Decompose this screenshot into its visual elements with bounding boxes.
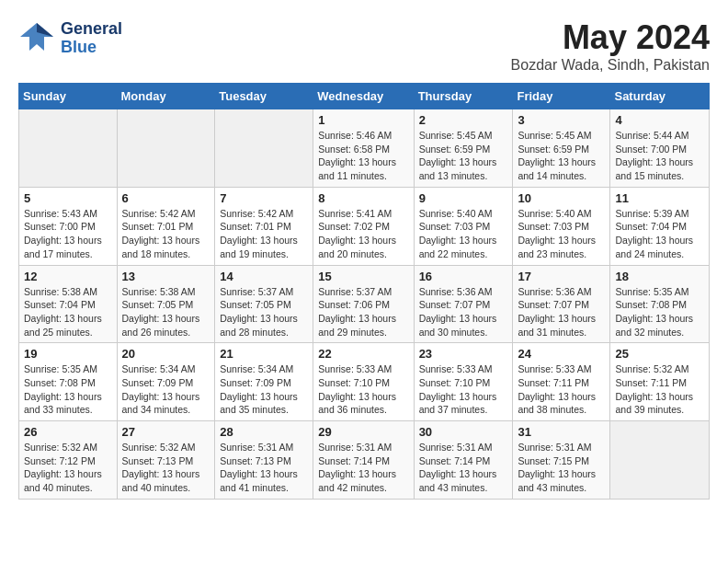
calendar-day-empty <box>117 109 215 188</box>
weekday-header-sunday: Sunday <box>19 84 118 109</box>
day-info: Sunrise: 5:36 AM Sunset: 7:07 PM Dayligh… <box>419 285 508 339</box>
calendar-day-3: 3Sunrise: 5:45 AM Sunset: 6:59 PM Daylig… <box>513 109 610 188</box>
day-info: Sunrise: 5:44 AM Sunset: 7:00 PM Dayligh… <box>615 129 704 183</box>
day-info: Sunrise: 5:40 AM Sunset: 7:03 PM Dayligh… <box>518 207 605 261</box>
calendar-day-empty <box>19 109 118 188</box>
day-number: 12 <box>24 270 112 283</box>
calendar-day-24: 24Sunrise: 5:33 AM Sunset: 7:11 PM Dayli… <box>513 343 610 421</box>
calendar-day-15: 15Sunrise: 5:37 AM Sunset: 7:06 PM Dayli… <box>313 265 414 343</box>
day-info: Sunrise: 5:41 AM Sunset: 7:02 PM Dayligh… <box>318 207 408 261</box>
calendar-day-5: 5Sunrise: 5:43 AM Sunset: 7:00 PM Daylig… <box>19 187 118 265</box>
day-info: Sunrise: 5:42 AM Sunset: 7:01 PM Dayligh… <box>122 207 210 261</box>
day-info: Sunrise: 5:39 AM Sunset: 7:04 PM Dayligh… <box>615 207 704 261</box>
day-number: 1 <box>318 113 408 127</box>
day-number: 17 <box>518 270 605 283</box>
weekday-header-wednesday: Wednesday <box>313 84 414 109</box>
calendar-week-row: 12Sunrise: 5:38 AM Sunset: 7:04 PM Dayli… <box>19 265 710 343</box>
calendar-day-4: 4Sunrise: 5:44 AM Sunset: 7:00 PM Daylig… <box>610 109 710 188</box>
calendar-day-14: 14Sunrise: 5:37 AM Sunset: 7:05 PM Dayli… <box>215 265 313 343</box>
calendar-day-19: 19Sunrise: 5:35 AM Sunset: 7:08 PM Dayli… <box>19 343 118 421</box>
logo-text: General Blue <box>61 20 122 57</box>
day-info: Sunrise: 5:32 AM Sunset: 7:13 PM Dayligh… <box>122 441 210 495</box>
day-number: 18 <box>615 270 704 283</box>
logo-bird-icon <box>18 18 55 59</box>
calendar-day-empty <box>215 109 313 188</box>
calendar-week-row: 19Sunrise: 5:35 AM Sunset: 7:08 PM Dayli… <box>19 343 710 421</box>
day-info: Sunrise: 5:37 AM Sunset: 7:05 PM Dayligh… <box>220 285 308 339</box>
day-number: 19 <box>24 347 112 361</box>
day-number: 9 <box>419 191 508 205</box>
weekday-header-row: SundayMondayTuesdayWednesdayThursdayFrid… <box>19 84 710 109</box>
day-number: 28 <box>220 425 308 439</box>
weekday-header-monday: Monday <box>117 84 215 109</box>
day-info: Sunrise: 5:35 AM Sunset: 7:08 PM Dayligh… <box>615 285 704 339</box>
day-number: 24 <box>518 347 605 361</box>
calendar-day-21: 21Sunrise: 5:34 AM Sunset: 7:09 PM Dayli… <box>215 343 313 421</box>
calendar-day-17: 17Sunrise: 5:36 AM Sunset: 7:07 PM Dayli… <box>513 265 610 343</box>
day-info: Sunrise: 5:34 AM Sunset: 7:09 PM Dayligh… <box>220 362 308 417</box>
day-number: 20 <box>122 347 210 361</box>
calendar-day-16: 16Sunrise: 5:36 AM Sunset: 7:07 PM Dayli… <box>414 265 513 343</box>
calendar-day-31: 31Sunrise: 5:31 AM Sunset: 7:15 PM Dayli… <box>513 421 610 500</box>
day-number: 16 <box>419 270 508 283</box>
month-title: May 2024 <box>511 18 710 57</box>
day-info: Sunrise: 5:32 AM Sunset: 7:12 PM Dayligh… <box>24 441 112 495</box>
title-section: May 2024 Bozdar Wada, Sindh, Pakistan <box>511 18 710 74</box>
day-info: Sunrise: 5:34 AM Sunset: 7:09 PM Dayligh… <box>122 362 210 417</box>
day-number: 8 <box>318 191 408 205</box>
day-number: 21 <box>220 347 308 361</box>
day-number: 13 <box>122 270 210 283</box>
day-info: Sunrise: 5:32 AM Sunset: 7:11 PM Dayligh… <box>615 362 704 417</box>
day-info: Sunrise: 5:33 AM Sunset: 7:11 PM Dayligh… <box>518 362 605 417</box>
day-info: Sunrise: 5:45 AM Sunset: 6:59 PM Dayligh… <box>419 129 508 183</box>
day-number: 27 <box>122 425 210 439</box>
day-info: Sunrise: 5:40 AM Sunset: 7:03 PM Dayligh… <box>419 207 508 261</box>
day-info: Sunrise: 5:45 AM Sunset: 6:59 PM Dayligh… <box>518 129 605 183</box>
day-number: 4 <box>615 113 704 127</box>
calendar-day-25: 25Sunrise: 5:32 AM Sunset: 7:11 PM Dayli… <box>610 343 710 421</box>
day-info: Sunrise: 5:37 AM Sunset: 7:06 PM Dayligh… <box>318 285 408 339</box>
weekday-header-tuesday: Tuesday <box>215 84 313 109</box>
day-info: Sunrise: 5:42 AM Sunset: 7:01 PM Dayligh… <box>220 207 308 261</box>
calendar-day-18: 18Sunrise: 5:35 AM Sunset: 7:08 PM Dayli… <box>610 265 710 343</box>
calendar-day-27: 27Sunrise: 5:32 AM Sunset: 7:13 PM Dayli… <box>117 421 215 500</box>
day-number: 15 <box>318 270 408 283</box>
day-info: Sunrise: 5:46 AM Sunset: 6:58 PM Dayligh… <box>318 129 408 183</box>
calendar-day-28: 28Sunrise: 5:31 AM Sunset: 7:13 PM Dayli… <box>215 421 313 500</box>
calendar-day-29: 29Sunrise: 5:31 AM Sunset: 7:14 PM Dayli… <box>313 421 414 500</box>
day-info: Sunrise: 5:31 AM Sunset: 7:13 PM Dayligh… <box>220 441 308 495</box>
day-number: 30 <box>419 425 508 439</box>
day-info: Sunrise: 5:31 AM Sunset: 7:14 PM Dayligh… <box>419 441 508 495</box>
day-number: 6 <box>122 191 210 205</box>
day-info: Sunrise: 5:38 AM Sunset: 7:05 PM Dayligh… <box>122 285 210 339</box>
calendar-day-20: 20Sunrise: 5:34 AM Sunset: 7:09 PM Dayli… <box>117 343 215 421</box>
day-info: Sunrise: 5:35 AM Sunset: 7:08 PM Dayligh… <box>24 362 112 417</box>
day-info: Sunrise: 5:36 AM Sunset: 7:07 PM Dayligh… <box>518 285 605 339</box>
day-number: 31 <box>518 425 605 439</box>
day-number: 5 <box>24 191 112 205</box>
calendar-day-8: 8Sunrise: 5:41 AM Sunset: 7:02 PM Daylig… <box>313 187 414 265</box>
calendar-day-2: 2Sunrise: 5:45 AM Sunset: 6:59 PM Daylig… <box>414 109 513 188</box>
weekday-header-saturday: Saturday <box>610 84 710 109</box>
weekday-header-thursday: Thursday <box>414 84 513 109</box>
location: Bozdar Wada, Sindh, Pakistan <box>511 57 710 74</box>
day-number: 7 <box>220 191 308 205</box>
page-header: General Blue May 2024 Bozdar Wada, Sindh… <box>18 18 710 74</box>
calendar-day-6: 6Sunrise: 5:42 AM Sunset: 7:01 PM Daylig… <box>117 187 215 265</box>
day-number: 10 <box>518 191 605 205</box>
day-info: Sunrise: 5:43 AM Sunset: 7:00 PM Dayligh… <box>24 207 112 261</box>
calendar-day-7: 7Sunrise: 5:42 AM Sunset: 7:01 PM Daylig… <box>215 187 313 265</box>
day-number: 14 <box>220 270 308 283</box>
day-info: Sunrise: 5:33 AM Sunset: 7:10 PM Dayligh… <box>318 362 408 417</box>
calendar-day-1: 1Sunrise: 5:46 AM Sunset: 6:58 PM Daylig… <box>313 109 414 188</box>
calendar-day-10: 10Sunrise: 5:40 AM Sunset: 7:03 PM Dayli… <box>513 187 610 265</box>
day-number: 29 <box>318 425 408 439</box>
day-info: Sunrise: 5:33 AM Sunset: 7:10 PM Dayligh… <box>419 362 508 417</box>
calendar-day-26: 26Sunrise: 5:32 AM Sunset: 7:12 PM Dayli… <box>19 421 118 500</box>
day-number: 26 <box>24 425 112 439</box>
day-number: 22 <box>318 347 408 361</box>
calendar-day-23: 23Sunrise: 5:33 AM Sunset: 7:10 PM Dayli… <box>414 343 513 421</box>
day-number: 25 <box>615 347 704 361</box>
calendar-day-30: 30Sunrise: 5:31 AM Sunset: 7:14 PM Dayli… <box>414 421 513 500</box>
day-number: 11 <box>615 191 704 205</box>
